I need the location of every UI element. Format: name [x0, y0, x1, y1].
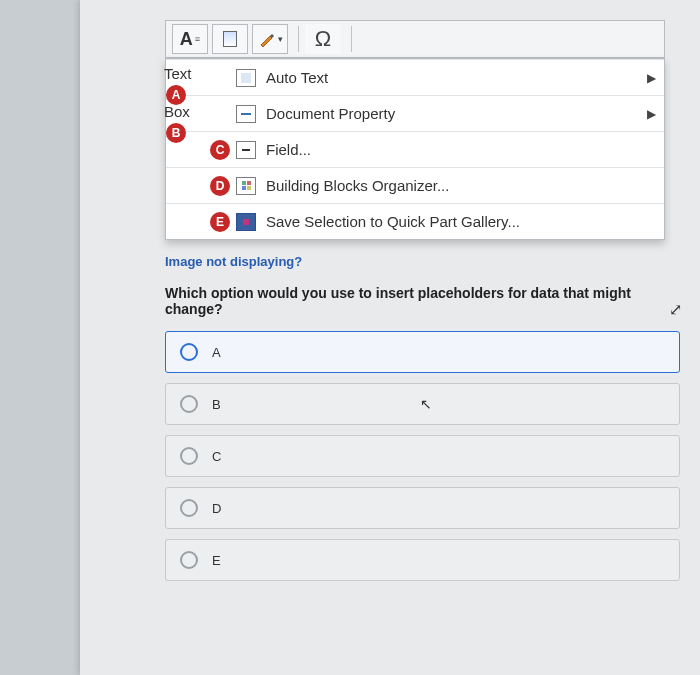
answer-option-b[interactable]: B: [165, 383, 680, 425]
answer-option-a[interactable]: A: [165, 331, 680, 373]
text-a-icon: A: [180, 29, 193, 50]
textbox-button-label: TextA BoxB: [164, 65, 214, 141]
menu-label: Document Property: [266, 105, 654, 122]
ribbon-separator: [351, 26, 352, 52]
symbol-ribbon-icon: Ω: [305, 24, 341, 54]
radio-icon: [180, 447, 198, 465]
radio-icon: [180, 343, 198, 361]
answer-list: A B C D E: [165, 331, 680, 581]
menu-item-building-blocks[interactable]: D Building Blocks Organizer...: [166, 167, 664, 203]
marker-badge-b: B: [166, 123, 186, 143]
marker-badge-c: C: [210, 140, 230, 160]
submenu-caret-icon: ▶: [647, 71, 656, 85]
menu-item-auto-text[interactable]: Auto Text ▶: [166, 59, 664, 95]
document-property-icon: [236, 105, 256, 123]
answer-label: C: [212, 449, 221, 464]
answer-label: B: [212, 397, 221, 412]
quick-parts-dropdown: TextA BoxB Auto Text ▶ Document Property…: [165, 58, 665, 240]
menu-item-field[interactable]: C Field...: [166, 131, 664, 167]
radio-icon: [180, 395, 198, 413]
screenshot-image: A ≡ ▾ Ω TextA BoxB: [165, 20, 665, 240]
menu-label: Auto Text: [266, 69, 654, 86]
textbox-ribbon-icon: A ≡: [172, 24, 208, 54]
radio-icon: [180, 499, 198, 517]
building-blocks-icon: [236, 177, 256, 195]
menu-label: Save Selection to Quick Part Gallery...: [266, 213, 654, 230]
quick-parts-ribbon-icon: [212, 24, 248, 54]
ribbon-toolbar: A ≡ ▾ Ω: [165, 20, 665, 58]
menu-label: Building Blocks Organizer...: [266, 177, 654, 194]
quiz-panel: A ≡ ▾ Ω TextA BoxB: [80, 0, 700, 675]
menu-label: Field...: [266, 141, 654, 158]
marker-badge-e: E: [210, 212, 230, 232]
answer-label: D: [212, 501, 221, 516]
ribbon-separator: [298, 26, 299, 52]
expand-icon[interactable]: ⤢: [669, 300, 682, 319]
question-text: Which option would you use to insert pla…: [165, 285, 682, 317]
field-icon: [236, 141, 256, 159]
menu-item-save-selection[interactable]: E Save Selection to Quick Part Gallery..…: [166, 203, 664, 239]
answer-label: A: [212, 345, 221, 360]
submenu-caret-icon: ▶: [647, 107, 656, 121]
answer-option-c[interactable]: C: [165, 435, 680, 477]
radio-icon: [180, 551, 198, 569]
signature-ribbon-icon: ▾: [252, 24, 288, 54]
answer-option-e[interactable]: E: [165, 539, 680, 581]
marker-badge-d: D: [210, 176, 230, 196]
image-not-displaying-link[interactable]: Image not displaying?: [165, 254, 690, 269]
marker-badge-a: A: [166, 85, 186, 105]
auto-text-icon: [236, 69, 256, 87]
menu-item-document-property[interactable]: Document Property ▶: [166, 95, 664, 131]
save-selection-icon: [236, 213, 256, 231]
answer-label: E: [212, 553, 221, 568]
answer-option-d[interactable]: D: [165, 487, 680, 529]
